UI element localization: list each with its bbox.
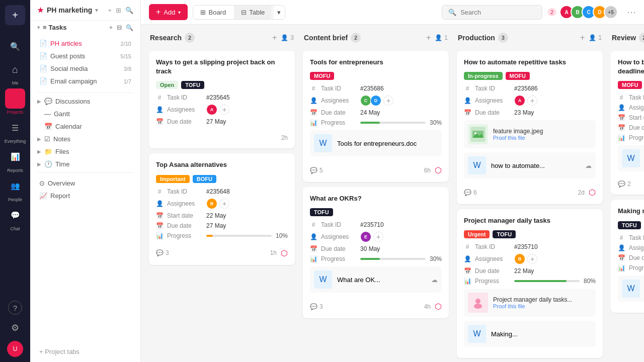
column-members: 👤 1 — [435, 34, 448, 41]
sidebar-item-projects[interactable]: ◉ Projects — [5, 88, 25, 115]
field-label: Assignees — [321, 233, 356, 240]
sidebar-item-search[interactable]: 🔍 — [5, 36, 25, 56]
sidebar-item-people[interactable]: 👥 People — [5, 176, 25, 202]
nav-calendar[interactable]: ▶ 📅 Calendar — [30, 120, 140, 133]
field-label: Assignees — [629, 244, 644, 251]
toolbar-more-button[interactable]: ⋯ — [627, 7, 636, 18]
card-review-2[interactable]: Making mistak... TOFU # Task ID 👤 Assign… — [611, 200, 644, 312]
card-content-2[interactable]: What are OKRs? TOFU # Task ID #235710 👤 … — [303, 187, 449, 318]
add-chevron-icon: ▾ — [178, 10, 181, 15]
tasks-filter-icon[interactable]: ⊟ — [117, 24, 122, 31]
sidebar-item-everything[interactable]: ☰ Everything — [5, 118, 26, 144]
assignees: A + — [514, 95, 537, 106]
card-production-1[interactable]: How to automate repetitive tasks In-prog… — [457, 51, 603, 204]
doc-name: how to automate... — [491, 162, 545, 169]
due-date-value: 27 May — [206, 222, 226, 229]
nav-guest-posts[interactable]: 📄 Guest posts 5/15 — [32, 50, 138, 62]
view-more-button[interactable]: ▾ — [273, 6, 285, 19]
sidebar-item-chat[interactable]: 💬 Chat — [5, 205, 25, 231]
nav-gantt[interactable]: ▶ — Gantt — [30, 108, 140, 120]
tag-mofu: MOFU — [506, 72, 530, 80]
attachment-info: Project manager daily tasks... Proof thi… — [493, 296, 592, 309]
member-count: 1 — [444, 34, 448, 41]
card-review-1[interactable]: How to better h... deadlines as a... MOF… — [611, 51, 644, 195]
tasks-label: Tasks — [49, 24, 67, 31]
card-tags: MOFU — [310, 72, 442, 80]
search-input[interactable] — [460, 9, 536, 16]
tasks-section-header[interactable]: ▾ ≡ Tasks + ⊟ 🔍 — [30, 21, 140, 34]
sidebar-add-button[interactable]: + — [5, 5, 25, 25]
card-title: Making mistak... — [618, 207, 644, 216]
add-assignee-button[interactable]: + — [373, 232, 383, 242]
field-label: Task ID — [475, 85, 510, 92]
add-assignee-button[interactable]: + — [527, 254, 537, 264]
card-tags: TOFU — [618, 221, 644, 229]
tasks-icon: ≡ — [43, 24, 47, 31]
add-assignee-button[interactable]: + — [219, 105, 229, 115]
add-button[interactable]: + Add ▾ — [149, 4, 188, 20]
tasks-search-icon[interactable]: 🔍 — [126, 24, 133, 31]
attachment-link[interactable]: Proof this file — [493, 303, 592, 309]
nav-search-icon[interactable]: 🔍 — [125, 7, 133, 14]
sidebar-item-settings[interactable]: ⚙ — [5, 318, 25, 338]
tasks-add-icon[interactable]: + — [109, 24, 113, 31]
column-add-button[interactable]: + — [580, 33, 585, 42]
progress-row: 10% — [206, 232, 288, 239]
card-research-1[interactable]: Ways to get a slipping project back on t… — [149, 51, 295, 148]
assignees: B + — [206, 198, 229, 209]
tab-board[interactable]: ⊞ Board — [193, 6, 233, 19]
card-content-1[interactable]: Tools for entrepreneurs MOFU # Task ID #… — [303, 51, 449, 182]
add-tabs-label: + Project tabs — [39, 348, 79, 355]
nav-overview[interactable]: ⊙ Overview — [32, 177, 138, 190]
column-add-button[interactable]: + — [426, 33, 431, 42]
person-icon: 👤 — [618, 244, 625, 251]
card-production-2[interactable]: Project manager daily tasks Urgent TOFU … — [457, 209, 603, 358]
nav-social-media[interactable]: 📄 Social media 3/8 — [32, 62, 138, 75]
hash-icon: # — [156, 94, 163, 101]
card-research-2[interactable]: Top Asana alternatives Important BOFU # … — [149, 153, 295, 264]
assignees: C D + — [360, 95, 393, 106]
discussions-icon: 💬 — [44, 98, 52, 105]
nav-discussions[interactable]: ▶ 💬 Discussions — [30, 95, 140, 108]
add-assignee-button[interactable]: + — [219, 199, 229, 209]
person-icon: 👤 — [156, 106, 163, 113]
chat-icon: 💬 — [5, 205, 25, 225]
search-box[interactable]: 🔍 — [442, 5, 542, 20]
nav-ph-articles[interactable]: 📄 PH articles 2/10 — [32, 37, 138, 50]
field-label: Assignees — [321, 97, 356, 104]
nav-filter-icon[interactable]: ⊞ — [116, 7, 121, 14]
nav-time[interactable]: ▶ 🕐 Time — [30, 158, 140, 170]
comment-icon: 💬 — [156, 249, 164, 256]
avatar-stack: A B C D +5 — [559, 5, 618, 19]
comment-count: 3 — [166, 249, 169, 256]
board-icon: ⊞ — [200, 9, 206, 16]
column-add-button[interactable]: + — [272, 33, 277, 42]
assignee-avatar: C — [360, 95, 371, 106]
sidebar-item-help[interactable]: ? — [8, 301, 22, 315]
board: Research 2 + 👤 3 Ways to get a slipping … — [141, 25, 644, 362]
calendar-icon: 📅 — [464, 267, 471, 275]
nav-add-icon[interactable]: + — [108, 7, 112, 14]
tab-table[interactable]: ⊟ Table — [234, 6, 272, 19]
card-field-assignees: 👤 Assignees C D + — [310, 95, 442, 106]
progress-icon: 📊 — [618, 264, 625, 272]
sidebar-me-label: Me — [12, 80, 19, 85]
nav-files[interactable]: ▶ 📁 Files — [30, 145, 140, 158]
sidebar-item-reports[interactable]: 📊 Reports — [5, 147, 25, 173]
nav-notes[interactable]: ▶ ☑ Notes — [30, 133, 140, 145]
progress-icon: 📊 — [464, 278, 471, 285]
card-field-duedate: 📅 Due date — [618, 254, 644, 261]
field-label: Assignees — [629, 104, 644, 111]
add-assignee-button[interactable]: + — [383, 96, 393, 106]
sidebar-item-home[interactable]: ⌂ Me — [5, 59, 25, 85]
sidebar-item-avatar[interactable]: U — [7, 341, 23, 357]
report-icon: 📈 — [39, 192, 47, 200]
card-doc: W What are OK... ☁ — [310, 266, 442, 293]
card-field-progress: 📊 Progress 10% — [156, 232, 288, 239]
add-icon: + — [156, 8, 160, 17]
attachment-link[interactable]: Proof this file — [493, 135, 592, 141]
add-assignee-button[interactable]: + — [527, 96, 537, 106]
nav-add-tabs[interactable]: + Project tabs — [32, 345, 138, 358]
nav-report[interactable]: 📈 Report — [32, 190, 138, 202]
nav-email-campaign[interactable]: 📄 Email campaign 1/7 — [32, 75, 138, 87]
